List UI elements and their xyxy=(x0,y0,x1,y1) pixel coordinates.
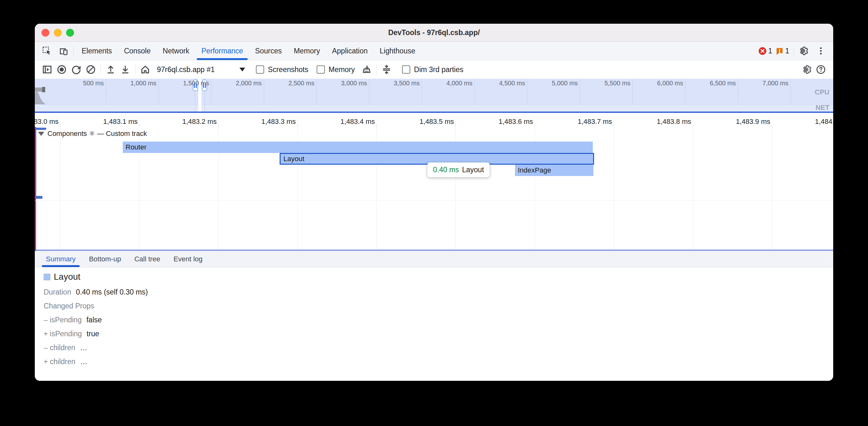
panel-tabs: ElementsConsoleNetworkPerformanceSources… xyxy=(75,42,421,60)
ruler-tick-label: 1,484.0 ms xyxy=(770,113,833,127)
clear-icon xyxy=(85,64,96,75)
ruler-tick-label: 1,483.4 ms xyxy=(296,113,375,127)
details-tab-bottom-up[interactable]: Bottom-up xyxy=(82,251,128,267)
ruler-tick-mark xyxy=(297,124,298,127)
flame-gridline xyxy=(614,127,614,251)
summary-row-label: + children xyxy=(44,357,75,366)
flame-chart[interactable]: Components ⚛ — Custom track RouterLayout… xyxy=(35,127,833,251)
record-and-reload-button[interactable] xyxy=(69,62,84,77)
summary-row-label: – children xyxy=(44,343,75,352)
tab-lighthouse[interactable]: Lighthouse xyxy=(374,42,421,60)
target-selector[interactable]: 97r6ql.csb.app #1 xyxy=(157,65,215,74)
tab-elements[interactable]: Elements xyxy=(75,42,118,60)
screenshots-label: Screenshots xyxy=(268,65,308,74)
devtools-settings-button[interactable] xyxy=(796,44,810,58)
home-icon xyxy=(140,64,151,75)
details-tab-event-log[interactable]: Event log xyxy=(167,251,209,267)
screenshots-checkbox[interactable] xyxy=(256,65,264,74)
record-button[interactable] xyxy=(54,62,69,77)
tabbar-separator-2 xyxy=(794,46,794,56)
gear-icon xyxy=(798,46,808,56)
tab-console[interactable]: Console xyxy=(118,42,157,60)
overview-tick-label: 2,000 ms xyxy=(236,79,264,87)
reload-icon xyxy=(71,64,82,75)
close-window-button[interactable] xyxy=(41,29,49,37)
target-dropdown-arrow-icon[interactable] xyxy=(240,68,245,71)
details-tab-summary[interactable]: Summary xyxy=(39,251,82,267)
event-color-swatch xyxy=(44,274,50,280)
summary-row-label: Duration xyxy=(44,288,71,296)
flame-chart-bottom-line xyxy=(35,250,833,251)
devtools-menu-button[interactable] xyxy=(814,44,828,58)
selection-guide-right xyxy=(204,91,205,111)
ruler-tick-mark xyxy=(139,124,140,127)
tab-memory[interactable]: Memory xyxy=(288,42,326,60)
home-button[interactable] xyxy=(138,62,152,77)
gear-icon xyxy=(801,64,811,74)
details-tab-call-tree[interactable]: Call tree xyxy=(128,251,167,267)
collect-garbage-button[interactable] xyxy=(359,62,374,77)
performance-settings-button[interactable] xyxy=(799,62,814,77)
traffic-lights xyxy=(41,24,74,41)
minimize-window-button[interactable] xyxy=(54,29,62,37)
help-button[interactable] xyxy=(814,62,828,77)
ruler-tick-mark xyxy=(60,124,60,127)
ruler-tick-label: 1,483.9 ms xyxy=(691,113,770,127)
window-title: DevTools - 97r6ql.csb.app/ xyxy=(388,28,480,37)
track-header-components[interactable]: Components ⚛ — Custom track xyxy=(38,130,147,138)
dim-3rd-parties-checkbox[interactable] xyxy=(402,65,410,74)
capture-settings-button[interactable] xyxy=(379,62,394,77)
timeline-ruler[interactable]: 1,483.0 ms1,483.1 ms1,483.2 ms1,483.3 ms… xyxy=(35,113,833,127)
net-track-label: NET xyxy=(815,104,829,111)
summary-row-label: Changed Props xyxy=(44,302,94,310)
memory-checkbox[interactable] xyxy=(317,65,325,74)
download-icon xyxy=(120,64,131,75)
overview-tick-label: 3,000 ms xyxy=(341,79,369,87)
ruler-tick-label: 1,483.2 ms xyxy=(137,113,217,127)
overview-tick-label: 3,500 ms xyxy=(394,79,422,87)
summary-row: – isPendingfalse xyxy=(44,313,833,327)
overview-tick-label: 6,500 ms xyxy=(710,79,738,87)
toolbar-separator-2 xyxy=(135,64,135,75)
console-errors-badge[interactable]: 1 xyxy=(758,47,772,55)
tab-performance[interactable]: Performance xyxy=(195,42,249,60)
scroll-indicator-mid xyxy=(35,196,42,199)
zoom-window-button[interactable] xyxy=(66,29,74,37)
overview-tick-label: 5,500 ms xyxy=(604,79,632,87)
tab-application[interactable]: Application xyxy=(326,42,374,60)
show-sidebar-button[interactable] xyxy=(40,62,54,77)
ruler-tick-label: 1,483.1 ms xyxy=(59,113,137,127)
ruler-tick-label: 1,483.3 ms xyxy=(217,113,296,127)
toolbar-separator-3 xyxy=(376,64,377,75)
flame-bar-label: Router xyxy=(126,143,147,152)
device-toolbar-button[interactable] xyxy=(55,42,71,60)
record-icon xyxy=(56,64,67,75)
save-profile-button[interactable] xyxy=(118,62,132,77)
clear-recording-button[interactable] xyxy=(84,62,98,77)
error-count: 1 xyxy=(768,47,772,55)
flame-bar-indexpage[interactable]: IndexPage xyxy=(515,165,593,176)
tab-sources[interactable]: Sources xyxy=(249,42,287,60)
tooltip-duration: 0.40 ms xyxy=(433,166,459,174)
summary-title: Layout xyxy=(54,272,80,282)
ruler-tick-mark xyxy=(376,124,377,127)
summary-row-value: 0.40 ms (self 0.30 ms) xyxy=(76,288,148,296)
inspect-element-button[interactable] xyxy=(35,42,55,60)
dim-3rd-parties-label: Dim 3rd parties xyxy=(414,65,463,74)
timeline-overview[interactable]: CPU NET 500 ms1,000 ms1,500 ms2,000 ms2,… xyxy=(35,79,833,111)
ruler-tick-label: 1,483.6 ms xyxy=(454,113,533,127)
network-overview-strip xyxy=(35,104,833,111)
load-profile-button[interactable] xyxy=(103,62,118,77)
console-warnings-badge[interactable]: 1 xyxy=(775,47,789,55)
overview-tick-label: 6,000 ms xyxy=(657,79,685,87)
overview-tick-label: 4,000 ms xyxy=(446,79,474,87)
tabbar-separator xyxy=(73,46,74,56)
flame-bar-router[interactable]: Router xyxy=(123,141,593,153)
cpu-activity-chart xyxy=(35,91,49,105)
summary-row: Duration0.40 ms (self 0.30 ms) xyxy=(44,285,833,299)
error-icon xyxy=(758,47,767,55)
memory-label: Memory xyxy=(329,65,355,74)
performance-toolbar: 97r6ql.csb.app #1 Screenshots Memory xyxy=(35,60,833,79)
tab-network[interactable]: Network xyxy=(157,42,195,60)
summary-row-label: – isPending xyxy=(44,316,82,324)
